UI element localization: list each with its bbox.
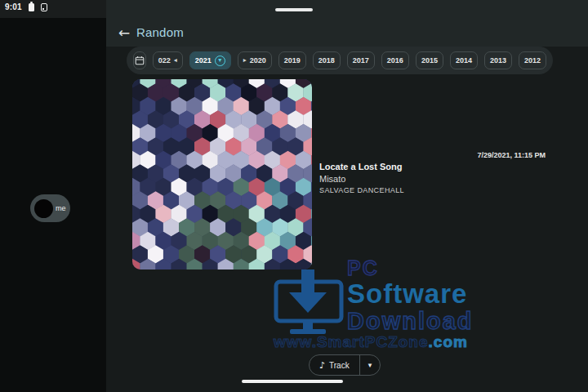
watermark-url: www.SmartPCZone.com (274, 333, 527, 351)
track-type-dropdown-button[interactable]: ▾ (359, 355, 381, 375)
watermark-download: Download (347, 309, 527, 333)
year-chip-2021[interactable]: 2021▾ (189, 51, 231, 69)
watermark: PC Software Download www.SmartPCZone.com (274, 256, 527, 351)
left-triangle-icon: ◂ (174, 57, 177, 64)
track-title: Locate a Lost Song (319, 162, 402, 172)
year-chip-2017[interactable]: 2017 (347, 51, 375, 69)
status-bar: 9:01 (5, 2, 47, 11)
calendar-chip[interactable] (133, 51, 146, 69)
year-chip-label: 2014 (456, 56, 472, 65)
year-chip-label: 2021 (195, 56, 212, 65)
track-type-button[interactable]: ♪ Track (310, 355, 359, 375)
download-monitor-icon (274, 270, 345, 338)
watermark-text: PC Software Download www.SmartPCZone.com (274, 256, 527, 351)
track-type-label: Track (329, 361, 350, 370)
watermark-url-host: www.SmartPCZone (274, 333, 429, 350)
year-chip-label: 2019 (284, 56, 301, 65)
track-date: 7/29/2021, 11:15 PM (477, 151, 546, 159)
year-chip-2018[interactable]: 2018 (313, 51, 341, 69)
app-panel: ← Random 022◂2021▾▸202020192018201720162… (106, 0, 588, 392)
year-filter-bar: 022◂2021▾▸202020192018201720162015201420… (127, 47, 553, 74)
battery-icon (29, 3, 34, 11)
screen: 9:01 ← Random 022◂2021▾▸2020201920182017… (0, 0, 588, 392)
album-art[interactable] (132, 79, 312, 270)
year-chip-label: 022 (158, 56, 171, 65)
year-chip-2012[interactable]: 2012 (519, 51, 546, 69)
watermark-pc: PC (347, 256, 527, 279)
back-button[interactable]: ← (114, 24, 134, 42)
year-chip-label: 2013 (490, 56, 506, 65)
right-triangle-icon: ▸ (243, 57, 247, 64)
year-chip-label: 2012 (524, 56, 541, 65)
music-note-icon: ♪ (319, 360, 325, 371)
year-chip-2015[interactable]: 2015 (416, 51, 443, 69)
back-arrow-icon: ← (118, 24, 130, 41)
status-time: 9:01 (5, 2, 22, 11)
year-chip-2020[interactable]: ▸2020 (238, 51, 272, 69)
year-chip-2014[interactable]: 2014 (450, 51, 478, 69)
chevron-down-circle-icon: ▾ (215, 56, 225, 66)
me-bubble-label: me (56, 204, 66, 212)
me-bubble[interactable]: me (30, 194, 70, 222)
hex-mosaic (132, 79, 312, 270)
year-chip-2016[interactable]: 2016 (381, 51, 409, 69)
calendar-icon (135, 56, 145, 65)
app-header: ← Random (106, 0, 588, 47)
year-chip-022[interactable]: 022◂ (153, 51, 183, 69)
chevron-down-icon: ▾ (368, 361, 372, 369)
gesture-navigation-bar[interactable] (242, 380, 343, 383)
track-album: SALVAGE DANCEHALL (319, 186, 404, 194)
me-bubble-avatar (34, 199, 53, 218)
track-type-button-group: ♪ Track ▾ (309, 354, 381, 376)
watermark-software: Software (347, 279, 527, 309)
year-chip-2013[interactable]: 2013 (484, 51, 512, 69)
year-chip-2019[interactable]: 2019 (278, 51, 306, 69)
secondary-battery-icon (41, 3, 47, 11)
year-chip-label: 2020 (250, 56, 266, 65)
year-chip-label: 2016 (387, 56, 403, 65)
year-chip-label: 2015 (421, 56, 438, 65)
year-chip-label: 2017 (353, 56, 369, 65)
window-drag-handle[interactable] (275, 8, 313, 11)
watermark-url-tld: .com (429, 333, 468, 350)
page-title: Random (136, 25, 184, 39)
track-artist: Misato (319, 174, 345, 184)
year-chip-label: 2018 (318, 56, 335, 65)
